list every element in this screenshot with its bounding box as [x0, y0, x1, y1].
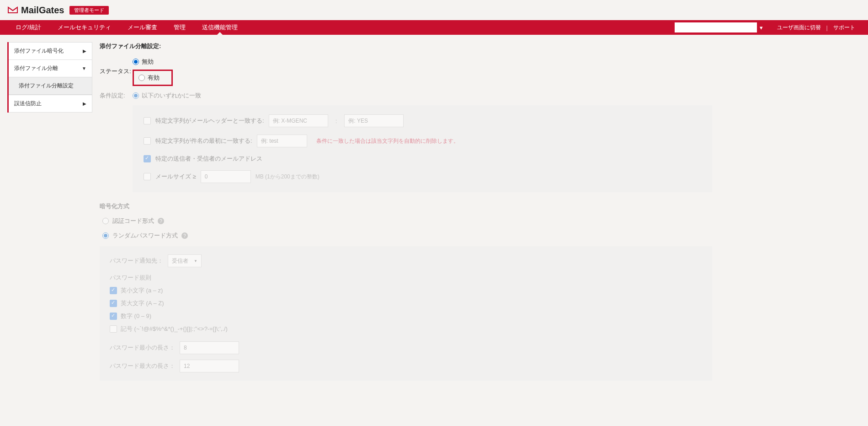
- cond-any-match-option[interactable]: 以下のいずれかに一致: [133, 91, 201, 101]
- pwd-max-label: パスワード最大の長さ：: [110, 362, 175, 370]
- encryption-title: 暗号化方式: [100, 202, 712, 210]
- condition-box: 特定文字列がメールヘッダーと一致する: : 特定文字列が件名の最初に一致する: …: [133, 105, 712, 192]
- radio-label: ランダムパスワード方式: [112, 232, 178, 240]
- rule-symbol-label: 記号 (~`!@#$%^&*()_-+{}[]|:;"<>?-=[]\;',./…: [121, 325, 228, 333]
- enc-authcode-option[interactable]: 認証コード形式 ?: [102, 217, 712, 225]
- sidebar-item-encryption[interactable]: 添付ファイル暗号化 ▶: [9, 42, 92, 60]
- rule-lowercase-label: 英小文字 (a – z): [121, 286, 163, 295]
- nav-separator: |: [826, 24, 828, 31]
- cond-size-label: メールサイズ ≥: [155, 173, 196, 181]
- chevron-right-icon: ▶: [83, 101, 86, 106]
- brand-name: MailGates: [21, 5, 64, 16]
- brand-logo: MailGates: [7, 5, 64, 16]
- radio-label: 有効: [148, 74, 160, 82]
- checkbox-subject-match[interactable]: [144, 137, 151, 145]
- subject-prefix-input[interactable]: [257, 135, 307, 147]
- nav-search-dropdown[interactable]: ▾: [757, 22, 766, 32]
- mail-logo-icon: [7, 5, 18, 16]
- radio-icon: [133, 59, 139, 65]
- nav-search-input[interactable]: [675, 22, 757, 32]
- size-input[interactable]: [201, 170, 251, 183]
- checkbox-uppercase[interactable]: [110, 300, 117, 307]
- sidebar: 添付ファイル暗号化 ▶ 添付ファイル分離 ▼ 添付ファイル分離設定 誤送信防止 …: [7, 42, 92, 113]
- pwd-notify-select[interactable]: 受信者: [168, 254, 202, 267]
- pwd-min-input[interactable]: [180, 341, 239, 354]
- select-value: 受信者: [172, 257, 188, 265]
- nav-mail-security[interactable]: メールセキュリティ: [49, 20, 119, 35]
- sidebar-item-separation[interactable]: 添付ファイル分離 ▼: [9, 60, 92, 77]
- pwd-min-label: パスワード最小の長さ：: [110, 344, 175, 352]
- cond-address-label: 特定の送信者・受信者のメールアドレス: [155, 155, 262, 163]
- pwd-max-input[interactable]: [180, 360, 239, 372]
- help-icon[interactable]: ?: [181, 232, 188, 239]
- checkbox-lowercase[interactable]: [110, 287, 117, 294]
- header-value-input[interactable]: [344, 114, 404, 127]
- checkbox-header-match[interactable]: [144, 117, 151, 124]
- cond-subject-label: 特定文字列が件名の最初に一致する:: [155, 137, 252, 145]
- sidebar-item-label: 添付ファイル暗号化: [14, 47, 64, 55]
- main-nav: ログ/統計 メールセキュリティ メール審査 管理 送信機能管理 ▾ ユーザ画面に…: [0, 20, 868, 35]
- enc-random-pwd-option[interactable]: ランダムパスワード方式 ?: [102, 232, 712, 240]
- sidebar-item-label: 誤送信防止: [14, 100, 42, 108]
- header-name-input[interactable]: [269, 114, 328, 127]
- nav-send-mgmt[interactable]: 送信機能管理: [194, 20, 246, 35]
- radio-label: 以下のいずれかに一致: [142, 92, 201, 100]
- checkbox-digit[interactable]: [110, 313, 117, 320]
- sidebar-item-label: 添付ファイル分離: [14, 65, 58, 72]
- cond-label: 条件設定:: [100, 92, 133, 100]
- nav-log-stats[interactable]: ログ/統計: [7, 20, 49, 35]
- radio-label: 無効: [142, 58, 154, 66]
- password-box: パスワード通知先： 受信者 パスワード規則 英小文字 (a – z) 英大文字 …: [100, 246, 712, 381]
- page-title: 添付ファイル分離設定:: [100, 42, 712, 50]
- radio-icon: [133, 92, 139, 99]
- rule-uppercase-label: 英大文字 (A – Z): [121, 299, 164, 307]
- cond-header-label: 特定文字列がメールヘッダーと一致する:: [155, 117, 264, 125]
- nav-mail-review[interactable]: メール審査: [119, 20, 165, 35]
- radio-icon: [102, 218, 109, 224]
- pwd-notify-label: パスワード通知先：: [110, 257, 163, 265]
- sidebar-sub-separation-settings[interactable]: 添付ファイル分離設定: [9, 77, 92, 95]
- help-icon[interactable]: ?: [158, 218, 164, 224]
- rule-digit-label: 数字 (0 – 9): [121, 312, 151, 320]
- radio-icon: [102, 232, 109, 239]
- app-header: MailGates 管理者モード: [0, 0, 868, 20]
- status-label: ステータス:: [100, 67, 133, 75]
- nav-admin[interactable]: 管理: [165, 20, 194, 35]
- pwd-rules-title: パスワード規則: [110, 274, 702, 282]
- user-screen-link[interactable]: ユーザ画面に切替: [772, 24, 826, 32]
- size-hint: MB (1から200までの整数): [256, 173, 320, 181]
- radio-icon: [138, 75, 145, 81]
- subject-warning: 条件に一致した場合は該当文字列を自動的に削除します。: [316, 137, 459, 145]
- checkbox-symbol[interactable]: [110, 325, 117, 333]
- status-disabled-option[interactable]: 無効: [133, 57, 173, 67]
- checkbox-address-match[interactable]: [144, 155, 151, 162]
- support-link[interactable]: サポート: [828, 24, 861, 32]
- mode-badge: 管理者モード: [69, 6, 109, 15]
- colon-separator: :: [333, 118, 340, 124]
- radio-label: 認証コード形式: [112, 217, 154, 225]
- chevron-down-icon: ▼: [82, 66, 86, 71]
- main-content: 添付ファイル分離設定: ステータス: 無効 有効 条件設定: 以下のいずれかに一: [100, 42, 712, 381]
- checkbox-size-match[interactable]: [144, 173, 151, 180]
- chevron-right-icon: ▶: [83, 49, 86, 54]
- sidebar-item-missend[interactable]: 誤送信防止 ▶: [9, 95, 92, 113]
- status-enabled-option[interactable]: 有効: [133, 70, 173, 86]
